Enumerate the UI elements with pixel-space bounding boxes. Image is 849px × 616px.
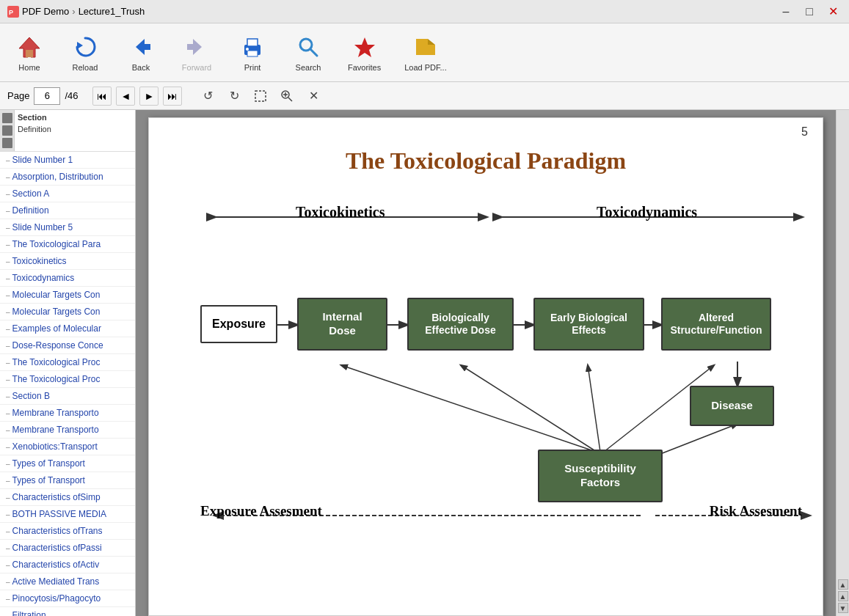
sidebar-item[interactable]: Examples of Molecular: [0, 320, 135, 337]
sidebar-item[interactable]: Characteristics ofTrans: [0, 523, 135, 540]
selection-button[interactable]: [249, 85, 272, 107]
prev-page-button[interactable]: ◄: [116, 87, 135, 106]
search-icon: [295, 34, 321, 60]
sidebar-item[interactable]: BOTH PASSIVE MEDIA: [0, 506, 135, 523]
scroll-down-1[interactable]: ▼: [838, 603, 848, 613]
file-name: Lecture1_Trush: [79, 6, 145, 17]
favorites-icon: [351, 34, 378, 60]
sidebar-item[interactable]: Section B: [0, 388, 135, 405]
pdf-area[interactable]: 5 The Toxicological Paradigm: [136, 110, 836, 616]
page-label: Page: [7, 90, 29, 101]
svg-marker-4: [77, 42, 83, 49]
reload-button[interactable]: Reload: [63, 31, 107, 75]
sidebar-item[interactable]: Characteristics ofSimp: [0, 489, 135, 506]
page-input[interactable]: [34, 87, 60, 105]
minimize-button[interactable]: –: [777, 3, 795, 21]
app-name: PDF Demo: [22, 6, 69, 17]
app-icon: P: [7, 6, 19, 18]
maximize-button[interactable]: □: [801, 3, 818, 21]
rotate-right-button[interactable]: ↻: [223, 85, 245, 107]
exposure-assessment-label: Exposure Assesment: [200, 503, 322, 519]
exposure-box: Exposure: [200, 305, 277, 343]
sidebar-list: Slide Number 1Absorption, DistributionSe…: [0, 152, 135, 616]
sidebar-item[interactable]: The Toxicological Para: [0, 236, 135, 253]
svg-line-29: [341, 365, 600, 453]
sidebar-item[interactable]: Dose-Response Conce: [0, 337, 135, 354]
total-pages: /46: [65, 90, 78, 101]
disease-box: Disease: [690, 386, 774, 426]
print-button[interactable]: Print: [230, 31, 274, 75]
right-scrollbar: ▲ ▲ ▼: [836, 110, 849, 616]
next-page-button[interactable]: ►: [139, 87, 158, 106]
forward-icon: [183, 34, 210, 60]
svg-rect-3: [26, 50, 33, 57]
svg-point-12: [246, 48, 249, 51]
sidebar-definition-header: Definition: [18, 123, 132, 135]
early-bio-box: Early BiologicalEffects: [533, 298, 644, 351]
sidebar-item[interactable]: Absorption, Distribution: [0, 169, 135, 186]
svg-rect-6: [143, 44, 150, 50]
sidebar-item[interactable]: Molecular Targets Con: [0, 287, 135, 304]
sidebar-item[interactable]: Xenobiotics:Transport: [0, 439, 135, 455]
sidebar-tab-btn-2[interactable]: [2, 125, 12, 136]
sidebar-item[interactable]: Filtration: [0, 607, 135, 616]
risk-assessment-label: Risk Assesment: [710, 503, 802, 519]
sidebar-item[interactable]: Active Mediated Trans: [0, 573, 135, 590]
sidebar-item[interactable]: Section A: [0, 186, 135, 202]
reload-icon: [72, 34, 98, 60]
svg-rect-10: [247, 39, 258, 46]
sidebar-item[interactable]: Slide Number 5: [0, 219, 135, 236]
altered-box: AlteredStructure/Function: [661, 298, 771, 351]
search-button[interactable]: Search: [286, 31, 330, 75]
sidebar-item[interactable]: Definition: [0, 202, 135, 219]
svg-text:P: P: [9, 9, 13, 16]
rotate-left-button[interactable]: ↺: [197, 85, 219, 107]
sidebar-item[interactable]: Membrane Transporto: [0, 405, 135, 422]
sidebar-tab-btn-1[interactable]: [2, 113, 12, 123]
sidebar-item[interactable]: Toxicodynamics: [0, 270, 135, 287]
first-page-button[interactable]: ⏮: [92, 87, 112, 106]
sidebar-item[interactable]: The Toxicological Proc: [0, 371, 135, 388]
load-pdf-button[interactable]: Load PDF...: [398, 31, 452, 75]
nav-bar: Page /46 ⏮ ◄ ► ⏭ ↺ ↻ ✕: [0, 82, 849, 110]
svg-line-19: [288, 98, 292, 101]
main-area: Section Definition Slide Number 1Absorpt…: [0, 110, 849, 616]
svg-rect-11: [247, 51, 258, 56]
back-button[interactable]: Back: [119, 31, 163, 75]
svg-rect-17: [255, 91, 266, 101]
sidebar-item[interactable]: Types of Transport: [0, 472, 135, 489]
diagram-container: The Toxicological Paradigm: [171, 133, 801, 534]
close-nav-button[interactable]: ✕: [302, 85, 324, 107]
susceptibility-box: SusceptibilityFactors: [538, 450, 663, 502]
home-button[interactable]: Home: [7, 31, 51, 75]
svg-line-14: [310, 49, 317, 56]
sidebar-item[interactable]: Molecular Targets Con: [0, 304, 135, 320]
scroll-up-2[interactable]: ▲: [838, 591, 848, 601]
diagram-arrows: [178, 189, 809, 527]
toolbar: Home Reload Back Forward: [0, 23, 849, 82]
favorites-button[interactable]: Favorites: [342, 31, 387, 75]
sidebar-item[interactable]: Toxicokinetics: [0, 253, 135, 270]
print-icon: [239, 34, 266, 60]
sidebar-item[interactable]: Slide Number 1: [0, 152, 135, 169]
title-bar: P PDF Demo › Lecture1_Trush – □ ✕: [0, 0, 849, 23]
last-page-button[interactable]: ⏭: [163, 87, 182, 106]
sidebar-item[interactable]: Types of Transport: [0, 455, 135, 472]
sidebar-item[interactable]: Membrane Transporto: [0, 422, 135, 439]
forward-button[interactable]: Forward: [175, 31, 219, 75]
sidebar-item[interactable]: The Toxicological Proc: [0, 354, 135, 371]
toxicodynamics-label: Toxicodynamics: [597, 204, 697, 221]
sidebar-tab-btn-3[interactable]: [2, 138, 12, 148]
selection-icon: [254, 89, 267, 103]
sidebar-item[interactable]: Characteristics ofActiv: [0, 557, 135, 573]
close-button[interactable]: ✕: [824, 3, 842, 21]
sidebar: Section Definition Slide Number 1Absorpt…: [0, 110, 136, 616]
sidebar-item[interactable]: Characteristics ofPassi: [0, 540, 135, 557]
back-icon: [128, 34, 154, 60]
internal-dose-box: InternalDose: [297, 298, 387, 351]
svg-marker-16: [428, 39, 435, 45]
zoom-button[interactable]: [276, 85, 298, 107]
sidebar-item[interactable]: Pinocytosis/Phagocyto: [0, 590, 135, 607]
scroll-up-1[interactable]: ▲: [838, 579, 848, 590]
diagram-wrap: Toxicokinetics Toxicodynamics Exposure I…: [178, 189, 809, 527]
